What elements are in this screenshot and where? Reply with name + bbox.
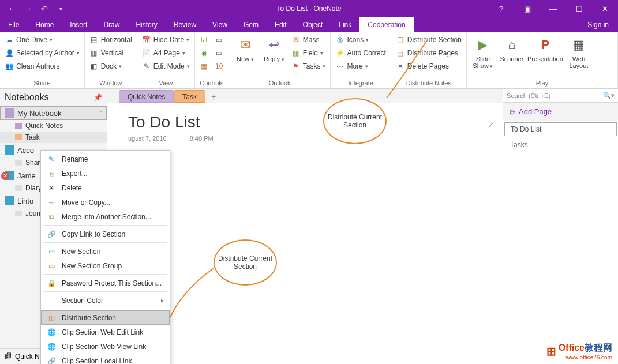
tab-draw[interactable]: Draw bbox=[95, 17, 128, 32]
tab-icon bbox=[15, 160, 22, 166]
page-item-tasks[interactable]: Tasks bbox=[503, 137, 618, 152]
control-4[interactable]: ▭ bbox=[212, 33, 226, 46]
undo-icon[interactable]: ↶ bbox=[38, 4, 51, 13]
control-1[interactable]: ☑ bbox=[197, 33, 211, 46]
cm-clip-local[interactable]: 🔗Clip Section Local Link bbox=[41, 354, 170, 364]
mail-icon: ✉ bbox=[236, 36, 254, 54]
distribute-section-button[interactable]: ◫Distribute Section bbox=[394, 33, 464, 46]
cm-rename[interactable]: ✎Rename bbox=[41, 152, 170, 166]
section-quick-notes[interactable]: Quick Notes bbox=[0, 120, 107, 132]
fullscreen-icon[interactable]: ⤢ bbox=[488, 120, 495, 129]
group-outlook-label: Outlook bbox=[231, 78, 328, 88]
cm-distribute-section[interactable]: ◫Distribute Section bbox=[41, 310, 170, 325]
page-title[interactable]: To Do List bbox=[128, 113, 482, 132]
web-layout-button[interactable]: ▦Web Layout bbox=[565, 33, 593, 78]
cm-export[interactable]: ⎘Export... bbox=[41, 166, 170, 181]
tab-view[interactable]: View bbox=[204, 17, 235, 32]
horizontal-button[interactable]: ▤Horizontal bbox=[87, 33, 134, 46]
group-share-label: Share bbox=[2, 78, 82, 88]
window-title: To Do List - OneNote bbox=[276, 5, 341, 13]
maximize-icon[interactable]: ☐ bbox=[566, 5, 592, 13]
section-tab-quick-notes[interactable]: Quick Notes bbox=[119, 90, 174, 103]
tab-icon bbox=[15, 211, 22, 216]
cm-new-section[interactable]: ▭New Section bbox=[41, 244, 170, 258]
new-group-icon: ▭ bbox=[47, 261, 56, 271]
dock-button[interactable]: ◧Dock bbox=[87, 60, 134, 73]
selected-by-author-button[interactable]: 👤Selected by Author bbox=[2, 47, 82, 59]
section-task[interactable]: Task bbox=[0, 132, 107, 143]
tab-home[interactable]: Home bbox=[27, 17, 62, 32]
forward-icon[interactable]: → bbox=[22, 4, 35, 13]
section-tab-task[interactable]: Task bbox=[174, 90, 205, 103]
customize-qat-icon[interactable]: ▾ bbox=[54, 6, 67, 12]
minimize-icon[interactable]: — bbox=[540, 5, 566, 13]
slideshow-icon: ▶ bbox=[474, 36, 492, 54]
web-icon: 🌐 bbox=[47, 328, 56, 337]
cm-new-section-group[interactable]: ▭New Section Group bbox=[41, 258, 170, 273]
hide-date-button[interactable]: 📅Hide Date bbox=[140, 33, 192, 46]
edit-mode-button[interactable]: ✎Edit Mode bbox=[140, 60, 192, 73]
new-section-icon: ▭ bbox=[47, 247, 56, 256]
tab-object[interactable]: Object bbox=[295, 17, 331, 32]
cm-merge[interactable]: ⧉Merge into Another Section... bbox=[41, 209, 170, 224]
a4-page-button[interactable]: 📄A4 Page bbox=[140, 47, 192, 59]
scanner-button[interactable]: ⌂Scanner bbox=[498, 33, 526, 78]
new-mail-button[interactable]: ✉New bbox=[231, 33, 259, 78]
tab-review[interactable]: Review bbox=[166, 17, 204, 32]
chevron-right-icon: ▸ bbox=[161, 297, 164, 303]
presentation-button[interactable]: PPresentation bbox=[527, 33, 564, 78]
tab-link[interactable]: Link bbox=[331, 17, 359, 32]
sync-error-icon[interactable]: ✕ bbox=[1, 172, 9, 180]
edit-icon: ✎ bbox=[142, 62, 151, 71]
icons-button[interactable]: ◎Icons bbox=[333, 33, 388, 46]
help-icon[interactable]: ? bbox=[488, 5, 514, 13]
control-2[interactable]: ◉ bbox=[197, 47, 211, 59]
lock-icon: 🔒 bbox=[47, 279, 56, 288]
control-3[interactable]: ▦ bbox=[197, 60, 211, 73]
search-icon: 🔍▾ bbox=[603, 92, 615, 99]
ribbon-display-icon[interactable]: ▣ bbox=[514, 5, 540, 13]
control-6[interactable]: 10 bbox=[212, 60, 226, 73]
page-icon: 📄 bbox=[142, 48, 151, 58]
chevron-up-icon: ˄ bbox=[99, 110, 102, 117]
auto-correct-button[interactable]: ⚡Auto Correct bbox=[333, 47, 388, 59]
control-5[interactable]: ▭ bbox=[212, 47, 226, 59]
tab-history[interactable]: History bbox=[128, 17, 165, 32]
tab-edit[interactable]: Edit bbox=[267, 17, 295, 32]
tasks-button[interactable]: ⚑Tasks bbox=[289, 60, 328, 73]
back-icon[interactable]: ← bbox=[6, 4, 18, 13]
link-icon: 🔗 bbox=[47, 230, 56, 239]
distribute-pages-button[interactable]: ▤Distribute Pages bbox=[394, 47, 464, 59]
tab-file[interactable]: File bbox=[0, 17, 27, 32]
sign-in-link[interactable]: Sign in bbox=[587, 21, 618, 29]
cm-copy-link[interactable]: 🔗Copy Link to Section bbox=[41, 227, 170, 241]
vertical-button[interactable]: ▥Vertical bbox=[87, 47, 134, 59]
cm-clip-web-view[interactable]: 🌐Clip Section Web View Link bbox=[41, 339, 170, 354]
tab-cooperation[interactable]: Cooperation bbox=[359, 17, 413, 32]
tab-insert[interactable]: Insert bbox=[62, 17, 95, 32]
horizontal-icon: ▤ bbox=[89, 35, 99, 44]
checkbox-icon: ☑ bbox=[200, 35, 209, 44]
notebook-current[interactable]: My Notebook ˄ bbox=[0, 106, 107, 120]
section-tab-add[interactable]: + bbox=[205, 90, 222, 103]
mass-button[interactable]: ✉Mass bbox=[289, 33, 328, 46]
tab-gem[interactable]: Gem bbox=[235, 17, 267, 32]
cm-clip-web-edit[interactable]: 🌐Clip Section Web Edit Link bbox=[41, 325, 170, 339]
dock-icon: ◧ bbox=[89, 62, 99, 71]
cm-password[interactable]: 🔒Password Protect This Section... bbox=[41, 276, 170, 290]
notebooks-header: Notebooks bbox=[5, 92, 49, 103]
cm-section-color[interactable]: Section Color▸ bbox=[41, 293, 170, 307]
slide-show-button[interactable]: ▶Slide Show bbox=[469, 33, 497, 78]
clean-authors-button[interactable]: 👥Clean Authors bbox=[2, 60, 82, 73]
pin-icon[interactable]: 📌 bbox=[93, 93, 102, 102]
cm-delete[interactable]: ✕Delete bbox=[41, 181, 170, 195]
close-icon[interactable]: ✕ bbox=[592, 5, 618, 13]
one-drive-button[interactable]: ☁One Drive bbox=[2, 33, 82, 46]
mass-icon: ✉ bbox=[291, 35, 301, 44]
page-item-todo[interactable]: To Do List bbox=[504, 122, 617, 136]
field-button[interactable]: ▦Field bbox=[289, 47, 328, 59]
search-input[interactable]: Search (Ctrl+E) 🔍▾ bbox=[503, 89, 618, 103]
cm-move[interactable]: ↔Move or Copy... bbox=[41, 195, 170, 209]
reply-button[interactable]: ↩Reply bbox=[260, 33, 288, 78]
add-page-button[interactable]: ⊕Add Page bbox=[503, 103, 618, 121]
